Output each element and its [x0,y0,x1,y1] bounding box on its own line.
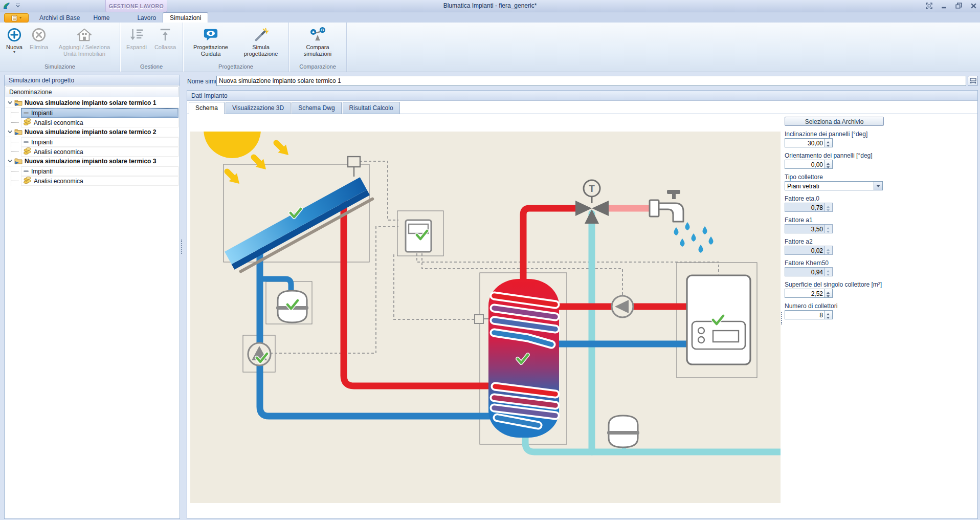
minimize-button[interactable] [941,3,947,9]
close-button[interactable] [970,3,977,9]
application-menu-caret: ▾ [19,16,21,19]
tree-row[interactable]: Analisi economica [21,176,179,186]
espandi-button: Espandi [123,24,150,51]
tree-row[interactable]: Impianti [21,108,179,118]
param-field-fattore-a1: 3,50 [785,224,833,233]
tree-node-simulation[interactable]: Nuova simulazione impianto solare termic… [6,157,179,166]
tree-node-label: Impianti [31,168,53,175]
nuova-dropdown-caret[interactable]: ▾ [13,51,15,54]
ribbon-tab-lavoro[interactable]: Lavoro [130,13,163,23]
ribbon-tab-archivi[interactable]: Archivi di Base [33,13,86,23]
sidebar-splitter-handle[interactable] [181,240,182,254]
param-field-orientamento-pannelli[interactable]: 0,00 [785,160,833,169]
expand-arrow-icon[interactable] [8,158,12,165]
spinner-down-icon[interactable] [825,143,832,147]
param-label-inclinazione-pannelli: Inclinazione dei pannelli [°deg] [785,131,884,138]
group-label-progettazione: Progettazione [186,63,286,72]
param-label-numero-collettori: Numero di collettori [785,302,884,310]
field-value: 0,00 [785,160,825,168]
simulation-folder-icon [14,99,23,107]
application-menu-button[interactable]: ▾ [4,13,29,23]
field-width-button[interactable] [968,76,978,86]
param-label-superficie-collettore: Superficie del singolo collettore [m²] [785,281,884,288]
svg-text:B: B [321,28,324,32]
three-way-valve[interactable]: T [575,180,609,224]
solar-thermal-schema[interactable]: T [190,132,781,503]
simulation-folder-icon [14,157,23,166]
seleziona-da-archivio-button[interactable]: Seleziona da Archivio [785,117,884,126]
sim-name-input[interactable] [216,76,966,86]
house-icon [76,26,93,44]
tree-node-label: Nuova simulazione impianto solare termic… [25,128,156,136]
spinner-up-icon [825,225,832,229]
field-value: 2,52 [785,289,825,297]
tab-schema[interactable]: Schema [189,102,225,114]
expansion-vessel-right[interactable] [607,416,639,447]
tree-node-impianti[interactable]: Impianti [6,137,179,147]
tank-sensor-connector [475,315,483,323]
nuova-button[interactable]: Nuova ▾ [3,24,26,54]
svg-text:A: A [312,30,315,34]
window-title: Blumatica Impianti - fiera_generic* [0,2,980,9]
param-dropdown-tipo-collettore[interactable]: Piani vetrati [785,181,883,190]
tree-node-analisi-economica[interactable]: Analisi economica [6,118,179,127]
title-bar: GESTIONE LAVORO Blumatica Impianti - fie… [0,0,980,12]
spinner[interactable] [825,160,832,168]
spinner[interactable] [825,139,832,147]
chevron-down-icon[interactable] [874,182,882,190]
expand-arrow-icon[interactable] [8,99,12,106]
tree-node-analisi-economica[interactable]: Analisi economica [6,176,179,186]
spinner-up-icon[interactable] [825,160,832,164]
spinner[interactable] [825,289,832,297]
restore-button[interactable] [955,3,962,9]
expand-arrow-icon[interactable] [8,128,12,136]
simula-progettazione-button[interactable]: Simula progettazione [236,24,286,57]
spinner[interactable] [825,311,832,319]
spinner-down-icon[interactable] [825,315,832,319]
spinner-up-icon[interactable] [825,289,832,293]
dash-icon [24,112,29,114]
param-field-numero-collettori[interactable]: 8 [785,310,833,319]
field-value: 8 [785,311,825,319]
document-tabs: SchemaVisualizzazione 3DSchema DwgRisult… [187,101,977,114]
spinner-up-icon[interactable] [825,311,832,315]
tab-risultati-calcolo[interactable]: Risultati Calcolo [343,102,400,114]
spinner-down-icon[interactable] [825,164,832,168]
tree-row[interactable]: Impianti [21,137,179,147]
solar-collector[interactable] [225,176,374,275]
param-label-fattore-a1: Fattore a1 [785,216,884,224]
ribbon-tab-simulazioni[interactable]: Simulazioni [163,12,208,23]
tree-node-label: Nuova simulazione impianto solare termic… [25,99,156,106]
tree-node-simulation[interactable]: Nuova simulazione impianto solare termic… [6,127,179,137]
tree-node-label: Analisi economica [34,119,83,126]
tree-node-simulation[interactable]: Nuova simulazione impianto solare termic… [6,98,179,108]
field-value: 0,94 [785,268,825,276]
tree-node-impianti[interactable]: Impianti [6,166,179,176]
simulation-tree: Nuova simulazione impianto solare termic… [6,98,179,186]
ribbon-tab-home[interactable]: Home [86,13,116,23]
tree-column-header[interactable]: Denominazione [6,86,179,97]
params-splitter-handle[interactable] [781,312,782,324]
progettazione-guidata-button[interactable]: Progettazione Guidata [186,24,236,57]
elimina-button: Elimina [26,24,52,51]
boiler-pump[interactable] [612,296,633,317]
tree-row[interactable]: Analisi economica [21,118,179,127]
param-field-superficie-collettore[interactable]: 2,52 [785,289,833,298]
tab-schema-dwg[interactable]: Schema Dwg [292,102,341,114]
compara-simulazioni-button[interactable]: AB Compara simulazioni [292,24,344,57]
tree-row[interactable]: Impianti [21,166,179,176]
tree-node-label: Nuova simulazione impianto solare termic… [25,158,156,165]
spinner-up-icon[interactable] [825,139,832,143]
fullscreen-button[interactable] [926,3,932,9]
spinner-down-icon[interactable] [825,293,832,297]
vessel-left-branch [260,279,291,292]
group-label-comparazione: Comparazione [292,63,344,72]
tree-node-analisi-economica[interactable]: Analisi economica [6,147,179,157]
collector-params-panel: Seleziona da Archivio Inclinazione dei p… [785,117,884,319]
tree-row[interactable]: Analisi economica [21,147,179,157]
tab-visualizzazione-3d[interactable]: Visualizzazione 3D [226,102,291,114]
tree-node-impianti[interactable]: Impianti [6,108,179,118]
param-field-inclinazione-pannelli[interactable]: 30,00 [785,138,833,147]
tree-node-label: Analisi economica [34,178,83,185]
sun [204,132,261,158]
